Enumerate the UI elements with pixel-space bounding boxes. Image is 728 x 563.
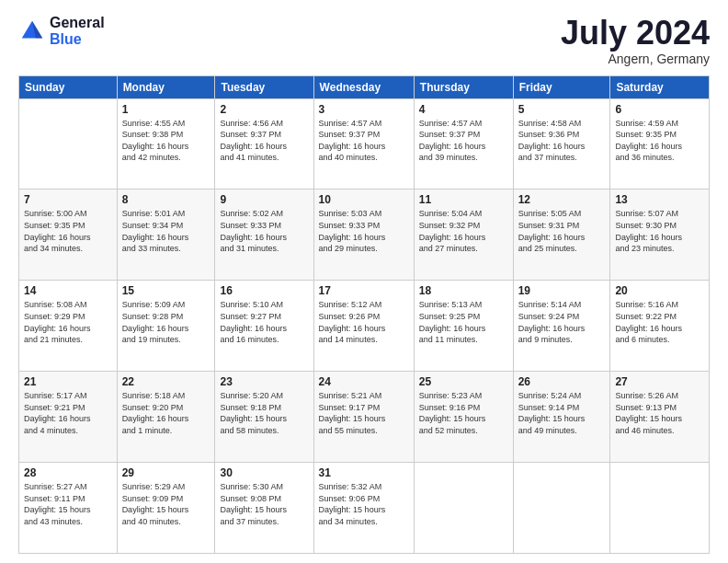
calendar-cell xyxy=(19,98,118,190)
day-info: Sunrise: 5:00 AM Sunset: 9:35 PM Dayligh… xyxy=(24,208,112,254)
weekday-header-monday: Monday xyxy=(117,75,215,98)
calendar-cell: 10Sunrise: 5:03 AM Sunset: 9:33 PM Dayli… xyxy=(313,190,414,281)
day-number: 17 xyxy=(319,284,409,297)
calendar-cell: 26Sunrise: 5:24 AM Sunset: 9:14 PM Dayli… xyxy=(513,372,610,463)
weekday-header-wednesday: Wednesday xyxy=(313,75,414,98)
calendar-cell: 4Sunrise: 4:57 AM Sunset: 9:37 PM Daylig… xyxy=(414,98,513,190)
calendar-cell: 28Sunrise: 5:27 AM Sunset: 9:11 PM Dayli… xyxy=(19,463,118,554)
day-number: 2 xyxy=(220,103,308,116)
day-number: 22 xyxy=(122,375,210,388)
day-info: Sunrise: 5:17 AM Sunset: 9:21 PM Dayligh… xyxy=(24,390,112,436)
calendar-cell: 5Sunrise: 4:58 AM Sunset: 9:36 PM Daylig… xyxy=(513,98,610,190)
day-info: Sunrise: 5:14 AM Sunset: 9:24 PM Dayligh… xyxy=(518,299,606,345)
day-info: Sunrise: 5:13 AM Sunset: 9:25 PM Dayligh… xyxy=(419,299,508,345)
calendar-cell: 7Sunrise: 5:00 AM Sunset: 9:35 PM Daylig… xyxy=(19,190,118,281)
weekday-header-row: SundayMondayTuesdayWednesdayThursdayFrid… xyxy=(19,75,710,98)
day-number: 16 xyxy=(220,284,308,297)
calendar-cell: 11Sunrise: 5:04 AM Sunset: 9:32 PM Dayli… xyxy=(414,190,513,281)
logo-text-general: General xyxy=(50,15,105,31)
day-number: 31 xyxy=(319,466,409,479)
day-number: 19 xyxy=(518,284,606,297)
calendar-cell xyxy=(414,463,513,554)
day-number: 18 xyxy=(419,284,508,297)
day-number: 4 xyxy=(419,103,508,116)
calendar-cell: 21Sunrise: 5:17 AM Sunset: 9:21 PM Dayli… xyxy=(19,372,118,463)
day-info: Sunrise: 5:03 AM Sunset: 9:33 PM Dayligh… xyxy=(319,208,409,254)
weekday-header-tuesday: Tuesday xyxy=(215,75,313,98)
calendar-cell: 9Sunrise: 5:02 AM Sunset: 9:33 PM Daylig… xyxy=(215,190,313,281)
day-number: 29 xyxy=(122,466,210,479)
day-info: Sunrise: 5:24 AM Sunset: 9:14 PM Dayligh… xyxy=(518,390,606,436)
calendar-cell: 6Sunrise: 4:59 AM Sunset: 9:35 PM Daylig… xyxy=(610,98,710,190)
calendar-cell: 15Sunrise: 5:09 AM Sunset: 9:28 PM Dayli… xyxy=(117,281,215,372)
calendar-cell: 19Sunrise: 5:14 AM Sunset: 9:24 PM Dayli… xyxy=(513,281,610,372)
day-number: 3 xyxy=(319,103,409,116)
calendar-cell: 23Sunrise: 5:20 AM Sunset: 9:18 PM Dayli… xyxy=(215,372,313,463)
day-number: 27 xyxy=(615,375,704,388)
day-number: 14 xyxy=(24,284,112,297)
header: General Blue July 2024 Angern, Germany xyxy=(18,15,710,66)
day-number: 28 xyxy=(24,466,112,479)
day-number: 11 xyxy=(419,193,508,206)
day-info: Sunrise: 5:01 AM Sunset: 9:34 PM Dayligh… xyxy=(122,208,210,254)
calendar-cell: 17Sunrise: 5:12 AM Sunset: 9:26 PM Dayli… xyxy=(313,281,414,372)
day-info: Sunrise: 4:59 AM Sunset: 9:35 PM Dayligh… xyxy=(615,118,704,164)
day-info: Sunrise: 5:21 AM Sunset: 9:17 PM Dayligh… xyxy=(319,390,409,436)
calendar-table: SundayMondayTuesdayWednesdayThursdayFrid… xyxy=(18,75,710,554)
day-info: Sunrise: 5:07 AM Sunset: 9:30 PM Dayligh… xyxy=(615,208,704,254)
calendar-cell: 14Sunrise: 5:08 AM Sunset: 9:29 PM Dayli… xyxy=(19,281,118,372)
weekday-header-saturday: Saturday xyxy=(610,75,710,98)
location-subtitle: Angern, Germany xyxy=(561,52,710,66)
calendar-cell: 20Sunrise: 5:16 AM Sunset: 9:22 PM Dayli… xyxy=(610,281,710,372)
calendar-cell: 25Sunrise: 5:23 AM Sunset: 9:16 PM Dayli… xyxy=(414,372,513,463)
day-info: Sunrise: 5:10 AM Sunset: 9:27 PM Dayligh… xyxy=(220,299,308,345)
day-number: 13 xyxy=(615,193,704,206)
day-info: Sunrise: 5:20 AM Sunset: 9:18 PM Dayligh… xyxy=(220,390,308,436)
calendar-cell: 8Sunrise: 5:01 AM Sunset: 9:34 PM Daylig… xyxy=(117,190,215,281)
day-number: 12 xyxy=(518,193,606,206)
page: General Blue July 2024 Angern, Germany S… xyxy=(0,0,728,563)
title-block: July 2024 Angern, Germany xyxy=(561,15,710,66)
day-info: Sunrise: 5:23 AM Sunset: 9:16 PM Dayligh… xyxy=(419,390,508,436)
calendar-cell xyxy=(513,463,610,554)
calendar-body: 1Sunrise: 4:55 AM Sunset: 9:38 PM Daylig… xyxy=(19,98,710,553)
logo: General Blue xyxy=(18,15,105,47)
calendar-week-row: 1Sunrise: 4:55 AM Sunset: 9:38 PM Daylig… xyxy=(19,98,710,190)
day-number: 1 xyxy=(122,103,210,116)
day-number: 9 xyxy=(220,193,308,206)
calendar-cell: 1Sunrise: 4:55 AM Sunset: 9:38 PM Daylig… xyxy=(117,98,215,190)
calendar-cell: 16Sunrise: 5:10 AM Sunset: 9:27 PM Dayli… xyxy=(215,281,313,372)
day-info: Sunrise: 5:27 AM Sunset: 9:11 PM Dayligh… xyxy=(24,481,112,527)
calendar-week-row: 7Sunrise: 5:00 AM Sunset: 9:35 PM Daylig… xyxy=(19,190,710,281)
calendar-cell: 31Sunrise: 5:32 AM Sunset: 9:06 PM Dayli… xyxy=(313,463,414,554)
day-number: 7 xyxy=(24,193,112,206)
calendar-cell: 27Sunrise: 5:26 AM Sunset: 9:13 PM Dayli… xyxy=(610,372,710,463)
calendar-week-row: 21Sunrise: 5:17 AM Sunset: 9:21 PM Dayli… xyxy=(19,372,710,463)
day-number: 8 xyxy=(122,193,210,206)
day-info: Sunrise: 4:57 AM Sunset: 9:37 PM Dayligh… xyxy=(419,118,508,164)
day-number: 6 xyxy=(615,103,704,116)
day-info: Sunrise: 5:26 AM Sunset: 9:13 PM Dayligh… xyxy=(615,390,704,436)
day-info: Sunrise: 5:29 AM Sunset: 9:09 PM Dayligh… xyxy=(122,481,210,527)
day-info: Sunrise: 5:08 AM Sunset: 9:29 PM Dayligh… xyxy=(24,299,112,345)
calendar-cell: 30Sunrise: 5:30 AM Sunset: 9:08 PM Dayli… xyxy=(215,463,313,554)
day-info: Sunrise: 5:30 AM Sunset: 9:08 PM Dayligh… xyxy=(220,481,308,527)
calendar-week-row: 14Sunrise: 5:08 AM Sunset: 9:29 PM Dayli… xyxy=(19,281,710,372)
day-number: 24 xyxy=(319,375,409,388)
day-info: Sunrise: 5:18 AM Sunset: 9:20 PM Dayligh… xyxy=(122,390,210,436)
calendar-cell: 2Sunrise: 4:56 AM Sunset: 9:37 PM Daylig… xyxy=(215,98,313,190)
day-info: Sunrise: 5:09 AM Sunset: 9:28 PM Dayligh… xyxy=(122,299,210,345)
day-info: Sunrise: 5:02 AM Sunset: 9:33 PM Dayligh… xyxy=(220,208,308,254)
day-info: Sunrise: 5:04 AM Sunset: 9:32 PM Dayligh… xyxy=(419,208,508,254)
weekday-header-thursday: Thursday xyxy=(414,75,513,98)
calendar-cell: 3Sunrise: 4:57 AM Sunset: 9:37 PM Daylig… xyxy=(313,98,414,190)
calendar-cell: 22Sunrise: 5:18 AM Sunset: 9:20 PM Dayli… xyxy=(117,372,215,463)
day-number: 21 xyxy=(24,375,112,388)
day-number: 10 xyxy=(319,193,409,206)
calendar-cell: 12Sunrise: 5:05 AM Sunset: 9:31 PM Dayli… xyxy=(513,190,610,281)
day-info: Sunrise: 4:56 AM Sunset: 9:37 PM Dayligh… xyxy=(220,118,308,164)
calendar-cell xyxy=(610,463,710,554)
month-title: July 2024 xyxy=(561,15,710,52)
weekday-header-sunday: Sunday xyxy=(19,75,118,98)
calendar-cell: 29Sunrise: 5:29 AM Sunset: 9:09 PM Dayli… xyxy=(117,463,215,554)
